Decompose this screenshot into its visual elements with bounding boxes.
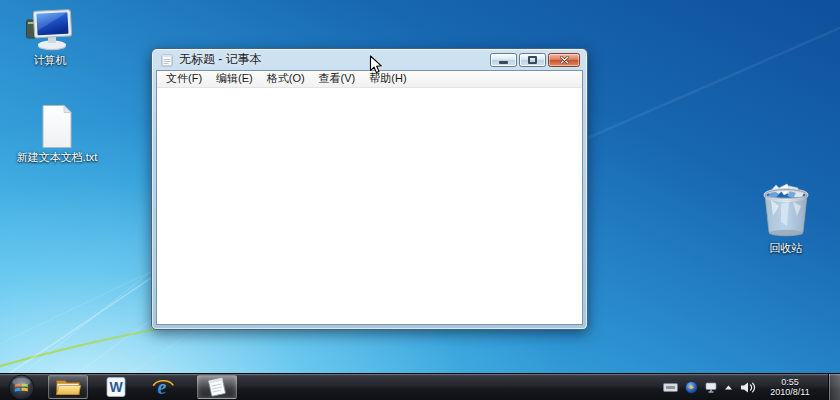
- taskbar-notepad-button[interactable]: [197, 375, 237, 399]
- clock-date: 2010/8/11: [764, 387, 816, 397]
- network-icon[interactable]: [705, 382, 717, 393]
- text-file-icon: [38, 104, 76, 149]
- menu-format[interactable]: 格式(O): [260, 70, 312, 88]
- system-tray: 0:55 2010/8/11: [663, 377, 816, 397]
- taskbar-ie-button[interactable]: e: [147, 375, 179, 399]
- keyboard-language-icon[interactable]: [663, 383, 678, 392]
- maximize-button[interactable]: [519, 53, 546, 67]
- show-hidden-icons-button[interactable]: [724, 384, 733, 391]
- svg-text:W: W: [109, 379, 123, 395]
- start-button[interactable]: [8, 374, 35, 400]
- chevron-up-icon: [724, 384, 733, 391]
- taskbar: W e: [0, 373, 840, 400]
- volume-icon[interactable]: [740, 381, 757, 394]
- desktop-icon-label: 计算机: [34, 53, 67, 68]
- desktop-icon-computer[interactable]: 计算机: [12, 6, 88, 68]
- notepad-titlebar[interactable]: 无标题 - 记事本: [152, 49, 587, 70]
- word-icon: W: [105, 376, 127, 398]
- folder-icon: [55, 377, 81, 397]
- notepad-icon: [206, 376, 228, 398]
- desktop-icon-label: 新建文本文档.txt: [17, 150, 98, 165]
- maximize-icon: [528, 56, 537, 64]
- svg-text:e: e: [158, 376, 167, 398]
- minimize-icon: [499, 61, 508, 64]
- close-icon: [560, 56, 569, 64]
- taskbar-explorer-button[interactable]: [48, 375, 88, 399]
- menu-help[interactable]: 帮助(H): [362, 70, 413, 88]
- window-controls: [490, 53, 580, 67]
- desktop: 计算机 新建文本文档.txt: [0, 0, 840, 400]
- desktop-icon-text-document[interactable]: 新建文本文档.txt: [6, 104, 108, 165]
- minimize-button[interactable]: [490, 53, 517, 67]
- notepad-text-area[interactable]: [157, 89, 582, 324]
- menu-file[interactable]: 文件(F): [159, 70, 209, 88]
- taskbar-clock[interactable]: 0:55 2010/8/11: [764, 377, 816, 397]
- notepad-menubar: 文件(F) 编辑(E) 格式(O) 查看(V) 帮助(H): [157, 71, 582, 88]
- close-button[interactable]: [548, 53, 580, 67]
- internet-explorer-icon: e: [151, 375, 175, 399]
- desktop-icon-recycle-bin[interactable]: 回收站: [752, 182, 820, 256]
- clock-time: 0:55: [764, 377, 816, 387]
- tray-globe-icon[interactable]: [685, 381, 698, 394]
- menu-view[interactable]: 查看(V): [312, 70, 363, 88]
- notepad-icon: [160, 53, 174, 67]
- taskbar-word-button[interactable]: W: [100, 375, 132, 399]
- notepad-window: 无标题 - 记事本 文件(F) 编辑(E): [151, 48, 588, 330]
- desktop-icon-label: 回收站: [770, 241, 803, 256]
- notepad-client-area: 文件(F) 编辑(E) 格式(O) 查看(V) 帮助(H): [156, 70, 583, 325]
- menu-edit[interactable]: 编辑(E): [209, 70, 260, 88]
- recycle-bin-icon: [759, 182, 813, 240]
- computer-icon: [25, 6, 75, 52]
- show-desktop-button[interactable]: [828, 374, 840, 400]
- window-title: 无标题 - 记事本: [179, 51, 262, 68]
